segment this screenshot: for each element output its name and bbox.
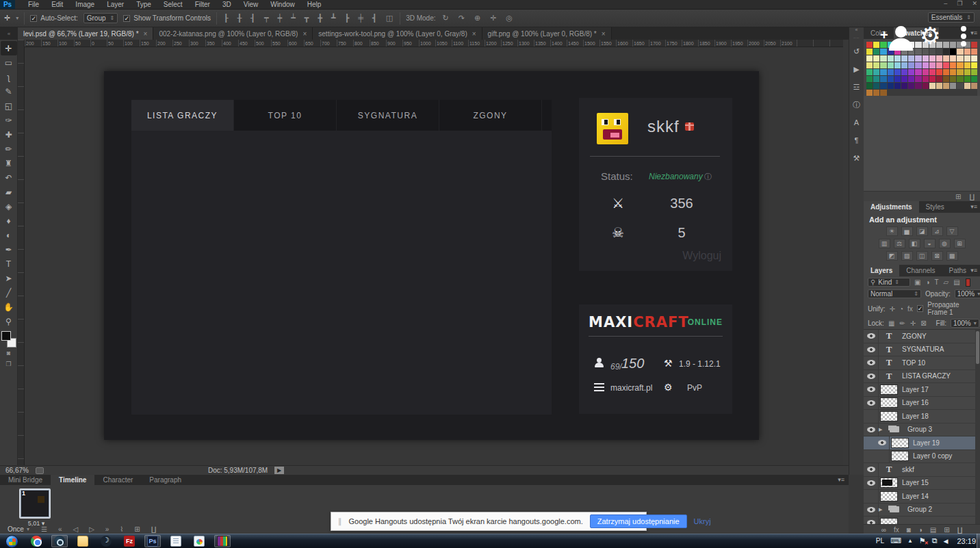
- layer-style-icon[interactable]: fx: [894, 526, 899, 534]
- visibility-toggle[interactable]: [864, 383, 879, 396]
- swatch[interactable]: [873, 76, 879, 82]
- swatch[interactable]: [888, 69, 894, 75]
- layer-row[interactable]: ▶ Layer 15: [864, 477, 980, 491]
- auto-select-target-dropdown[interactable]: Group⇕: [83, 13, 118, 23]
- layer-row[interactable]: ▶ Layer 16: [864, 397, 980, 410]
- exposure-icon[interactable]: ⊿: [931, 226, 943, 236]
- tab-overflow-icon[interactable]: «: [0, 27, 18, 40]
- layer-filter-toggle[interactable]: [966, 278, 970, 287]
- swatch[interactable]: [866, 83, 873, 89]
- invert-icon[interactable]: ◩: [886, 251, 898, 261]
- new-adjustment-layer-icon[interactable]: ◑: [918, 526, 923, 534]
- swatch[interactable]: [908, 62, 914, 68]
- taskbar-chrome-icon[interactable]: [28, 535, 44, 547]
- layer-name[interactable]: Layer 19: [913, 439, 940, 447]
- action-center-flag-icon[interactable]: ⚑: [919, 536, 926, 545]
- filter-shape-layers-icon[interactable]: ▱: [944, 278, 949, 286]
- menu-item[interactable]: Help: [301, 1, 328, 8]
- swatch[interactable]: [908, 76, 914, 82]
- hue-saturation-icon[interactable]: ▥: [879, 239, 890, 248]
- layer-thumbnail[interactable]: [880, 518, 898, 524]
- swatch[interactable]: [915, 49, 921, 55]
- tab-adjustments[interactable]: Adjustments: [864, 201, 919, 213]
- character-styles-panel-icon[interactable]: A: [850, 115, 864, 130]
- swatch[interactable]: [894, 76, 901, 82]
- delete-layer-icon[interactable]: ∐: [957, 526, 963, 534]
- lock-position-icon[interactable]: ✛: [910, 319, 916, 327]
- swatch[interactable]: [873, 42, 879, 48]
- 3d-zoom-icon[interactable]: ◎: [504, 14, 514, 23]
- visibility-toggle[interactable]: [864, 463, 879, 476]
- new-swatch-icon[interactable]: ⊞: [955, 193, 961, 200]
- swatch[interactable]: [971, 55, 977, 62]
- layer-name[interactable]: LISTA GRACZY: [902, 372, 951, 380]
- layer-name[interactable]: TOP 10: [902, 359, 925, 367]
- close-button[interactable]: ✕: [972, 0, 977, 7]
- play-icon[interactable]: ▷: [89, 525, 94, 533]
- distribute-top-edges-icon[interactable]: ┳: [303, 14, 311, 23]
- levels-icon[interactable]: ▅: [901, 226, 913, 236]
- swatch[interactable]: [936, 69, 942, 75]
- swatch[interactable]: [950, 49, 956, 55]
- tool-presets-panel-icon[interactable]: ⚒: [850, 151, 864, 166]
- layer-name[interactable]: Layer 17: [902, 386, 929, 393]
- eyedropper-tool[interactable]: ✑: [1, 113, 17, 127]
- swatch[interactable]: [873, 49, 879, 55]
- taskbar-filezilla-icon[interactable]: Fz: [121, 535, 138, 547]
- visibility-toggle[interactable]: [864, 504, 879, 517]
- swatch[interactable]: [901, 62, 907, 68]
- panel-menu-icon[interactable]: ▾≡: [970, 267, 977, 274]
- unify-style-icon[interactable]: fx: [907, 305, 913, 313]
- swatch[interactable]: [943, 55, 949, 62]
- menu-item[interactable]: File: [22, 1, 45, 8]
- document-tab[interactable]: levi.psd @ 66,7% (Layer 19, RGB/8) *: [18, 27, 153, 40]
- delete-swatch-icon[interactable]: ∐: [969, 193, 975, 200]
- taskbar-paint-icon[interactable]: [191, 535, 207, 547]
- color-lookup-icon[interactable]: ⊞: [954, 239, 966, 248]
- quick-mask-icon[interactable]: ◙: [7, 348, 10, 358]
- layer-thumbnail[interactable]: [886, 504, 903, 514]
- swatch[interactable]: [873, 83, 879, 89]
- menu-item[interactable]: 3D: [216, 1, 237, 8]
- layers-scrollbar[interactable]: [975, 330, 980, 524]
- minimize-button[interactable]: –: [944, 0, 947, 7]
- swatch[interactable]: [894, 83, 901, 89]
- swatch[interactable]: [880, 76, 886, 82]
- swatch[interactable]: [943, 49, 949, 55]
- menu-item[interactable]: Edit: [45, 1, 69, 8]
- align-top-edges-icon[interactable]: ┯: [263, 14, 270, 23]
- layer-name[interactable]: Layer 18: [902, 413, 929, 420]
- visibility-toggle[interactable]: [864, 477, 879, 490]
- layer-row[interactable]: ▶ Group 3: [864, 423, 980, 437]
- swatch[interactable]: [873, 62, 879, 68]
- visibility-toggle[interactable]: [864, 517, 879, 524]
- document-tab[interactable]: 002-2-katanas.png @ 100% (Layer 0, RGB/8…: [153, 27, 313, 40]
- next-frame-icon[interactable]: »: [105, 525, 109, 533]
- hide-link[interactable]: Ukryj: [694, 517, 711, 525]
- swatch[interactable]: [888, 62, 894, 68]
- dodge-tool[interactable]: ◐: [1, 228, 17, 242]
- delete-frame-icon[interactable]: ∐: [151, 525, 157, 533]
- swatch[interactable]: [936, 76, 942, 82]
- swatch[interactable]: [866, 49, 873, 55]
- swatch[interactable]: [908, 83, 914, 89]
- swatch[interactable]: [971, 42, 977, 48]
- swatch[interactable]: [943, 83, 949, 89]
- foreground-color-swatch[interactable]: [1, 331, 11, 341]
- layer-thumbnail[interactable]: [891, 451, 909, 461]
- swatch[interactable]: [880, 69, 886, 75]
- tab-channels[interactable]: Channels: [899, 265, 942, 276]
- taskbar-notepad-icon[interactable]: [168, 535, 184, 547]
- 3d-roll-icon[interactable]: ↷: [457, 14, 466, 23]
- lock-pixels-icon[interactable]: ✏: [899, 319, 905, 327]
- layer-name[interactable]: ZGONY: [902, 332, 927, 340]
- panel-menu-icon[interactable]: ▾≡: [838, 476, 844, 483]
- swatch[interactable]: [866, 76, 873, 82]
- visibility-toggle[interactable]: [864, 370, 879, 383]
- layer-row[interactable]: ▶ SYGNATURA: [864, 343, 980, 357]
- swatch[interactable]: [943, 69, 949, 75]
- swatch[interactable]: [923, 55, 929, 62]
- black-white-icon[interactable]: ◧: [909, 239, 920, 248]
- layer-row[interactable]: ▶ Group 2: [864, 504, 980, 517]
- swatch[interactable]: [964, 76, 970, 82]
